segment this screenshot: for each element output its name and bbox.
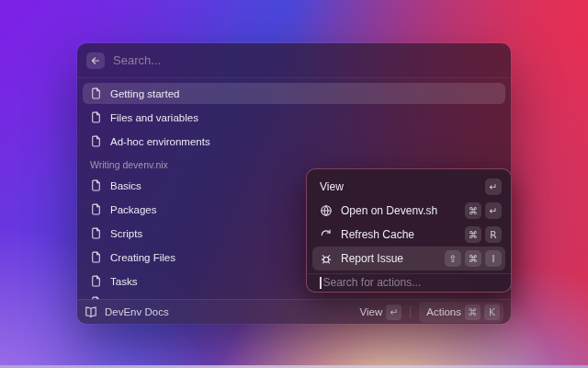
cmd-key-badge: ⌘: [465, 202, 481, 219]
list-item[interactable]: Files and variables: [83, 107, 505, 128]
return-key-badge: ↵: [485, 178, 502, 195]
cmd-key-badge: ⌘: [465, 250, 481, 267]
list-item[interactable]: Getting started: [83, 83, 505, 104]
view-action[interactable]: View ↵: [360, 305, 402, 320]
action-item-view[interactable]: View ↵: [312, 175, 505, 199]
list-item-label: Creating Files: [110, 252, 175, 263]
cmd-key-badge: ⌘: [465, 226, 481, 243]
list-item-label: Getting started: [110, 88, 179, 99]
list-item[interactable]: Ad-hoc environments: [83, 131, 505, 152]
back-button[interactable]: [86, 52, 105, 69]
action-item-open-on-devenv[interactable]: Open on Devenv.sh ⌘ ↵: [312, 199, 505, 223]
k-key-badge: K: [484, 305, 500, 320]
document-icon: [90, 203, 102, 215]
list-item-label: Files and variables: [110, 112, 198, 123]
action-panel: View ↵ Open on Devenv.sh ⌘ ↵ Refresh Cac…: [306, 168, 512, 293]
book-icon: [85, 305, 97, 318]
search-input[interactable]: [113, 53, 502, 67]
refresh-icon: [320, 228, 333, 241]
document-icon: [90, 251, 102, 263]
status-divider: [410, 306, 411, 318]
r-key-badge: R: [485, 226, 502, 243]
action-item-report-issue[interactable]: Report Issue ⇧ ⌘ I: [312, 247, 505, 270]
action-item-label: Report Issue: [341, 252, 403, 265]
globe-icon: [320, 204, 333, 217]
arrow-left-icon: [90, 55, 101, 66]
app-identity: DevEnv Docs: [85, 305, 169, 318]
actions-button[interactable]: Actions ⌘ K: [419, 302, 503, 323]
search-header: [77, 43, 511, 78]
document-icon: [90, 275, 102, 287]
text-caret: [320, 277, 322, 289]
cmd-key-badge: ⌘: [465, 305, 481, 320]
document-icon: [90, 87, 102, 99]
document-icon: [90, 227, 102, 239]
actions-button-label: Actions: [426, 306, 461, 317]
action-item-refresh-cache[interactable]: Refresh Cache ⌘ R: [312, 223, 505, 247]
view-action-label: View: [360, 306, 383, 317]
list-item-label: Tasks: [110, 276, 137, 287]
bug-icon: [320, 252, 333, 265]
action-item-label: View: [320, 180, 344, 193]
list-item-label: Ad-hoc environments: [110, 136, 210, 147]
document-icon: [90, 135, 102, 147]
return-key-badge: ↵: [386, 305, 401, 320]
i-key-badge: I: [485, 250, 502, 267]
action-item-label: Refresh Cache: [341, 228, 414, 241]
desktop-background: Getting started Files and variables Ad-h…: [0, 0, 588, 368]
shift-key-badge: ⇧: [445, 250, 461, 267]
action-item-label: Open on Devenv.sh: [341, 204, 437, 217]
list-item-label: Packages: [110, 204, 157, 215]
app-name: DevEnv Docs: [105, 306, 169, 317]
action-search-placeholder: Search for actions...: [323, 276, 422, 289]
return-key-badge: ↵: [485, 202, 502, 219]
document-icon: [90, 179, 102, 191]
action-search-input[interactable]: Search for actions...: [312, 274, 505, 292]
document-icon: [90, 111, 102, 123]
status-bar: DevEnv Docs View ↵ Actions ⌘ K: [77, 299, 511, 324]
list-item-label: Basics: [110, 180, 141, 191]
list-item-label: Scripts: [110, 228, 142, 239]
